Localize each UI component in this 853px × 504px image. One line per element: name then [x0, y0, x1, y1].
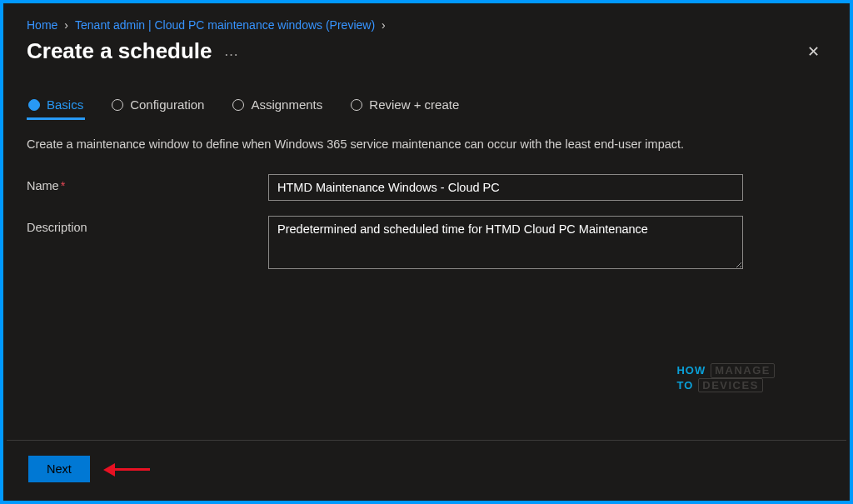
close-icon[interactable]: ✕ [801, 41, 826, 62]
tab-label: Configuration [130, 97, 204, 112]
breadcrumb: Home › Tenant admin | Cloud PC maintenan… [27, 18, 826, 32]
chevron-right-icon: › [64, 18, 68, 32]
next-button[interactable]: Next [28, 456, 90, 482]
watermark-logo: HOW MANAGE TO DEVICES [676, 363, 775, 392]
tab-label: Basics [47, 97, 83, 112]
radio-empty-icon [351, 99, 362, 111]
wizard-footer: Next [7, 440, 846, 497]
description-textarea[interactable]: Predetermined and scheduled time for HTM… [268, 216, 743, 269]
page-title: Create a schedule [27, 38, 212, 64]
required-asterisk-icon: * [61, 179, 66, 192]
tab-review-create[interactable]: Review + create [349, 94, 461, 120]
breadcrumb-home[interactable]: Home [27, 18, 57, 32]
description-label: Description [27, 216, 268, 234]
radio-filled-icon [28, 99, 40, 111]
radio-empty-icon [232, 99, 244, 111]
tab-basics[interactable]: Basics [27, 94, 85, 120]
annotation-arrow-icon [108, 463, 150, 475]
more-actions-button[interactable]: … [224, 42, 241, 60]
intro-text: Create a maintenance window to define wh… [27, 136, 726, 154]
tab-assignments[interactable]: Assignments [231, 94, 324, 120]
name-input[interactable] [268, 174, 743, 201]
chevron-right-icon: › [382, 18, 386, 32]
wizard-tabs: Basics Configuration Assignments Review … [27, 94, 826, 121]
radio-empty-icon [112, 99, 123, 111]
tab-label: Assignments [251, 97, 322, 112]
tab-label: Review + create [369, 97, 459, 112]
breadcrumb-tenant-admin[interactable]: Tenant admin | Cloud PC maintenance wind… [75, 18, 375, 32]
name-label: Name* [27, 174, 268, 192]
tab-configuration[interactable]: Configuration [110, 94, 206, 120]
